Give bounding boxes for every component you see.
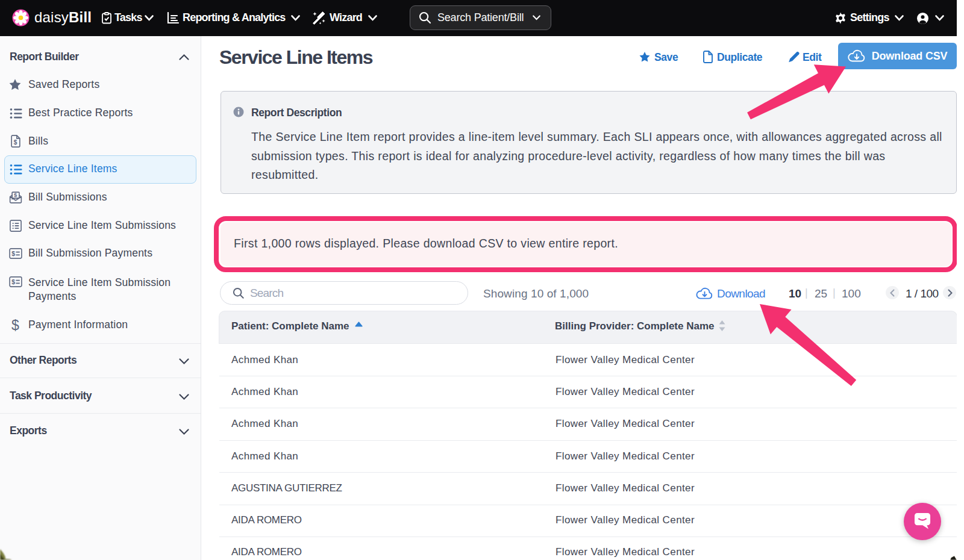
- svg-text:$: $: [11, 250, 15, 257]
- svg-text:$: $: [14, 191, 17, 198]
- svg-text:$: $: [11, 279, 15, 285]
- svg-text:$: $: [14, 139, 17, 146]
